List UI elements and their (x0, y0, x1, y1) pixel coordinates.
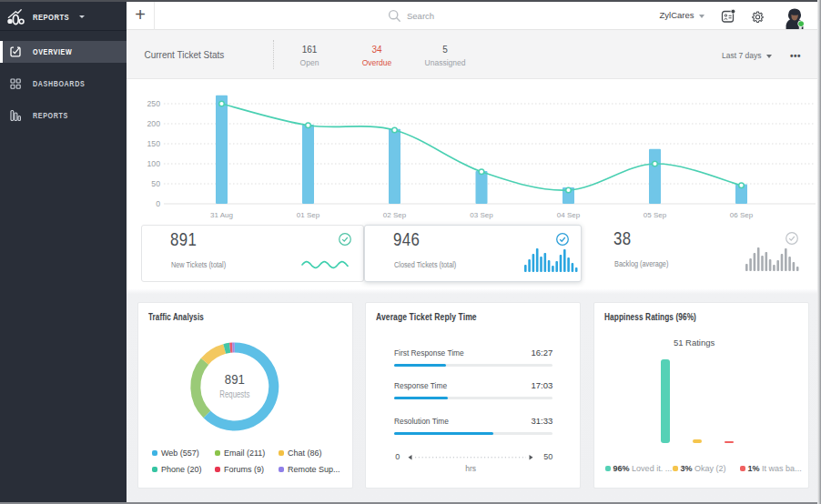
svg-text:0: 0 (156, 199, 160, 208)
svg-text:03 Sep: 03 Sep (470, 211, 493, 219)
svg-text:50: 50 (151, 179, 160, 188)
svg-text:891: 891 (225, 371, 245, 387)
svg-text:100: 100 (147, 159, 161, 168)
svg-text:01 Sep: 01 Sep (297, 211, 320, 219)
svg-text:Requests: Requests (219, 388, 249, 399)
svg-text:06 Sep: 06 Sep (730, 211, 754, 219)
svg-text:31 Aug: 31 Aug (210, 211, 233, 219)
svg-text:250: 250 (147, 99, 161, 108)
svg-text:05 Sep: 05 Sep (644, 211, 667, 219)
svg-text:150: 150 (147, 139, 161, 148)
svg-text:02 Sep: 02 Sep (383, 211, 407, 219)
svg-text:200: 200 (147, 119, 161, 128)
svg-text:04 Sep: 04 Sep (557, 211, 581, 219)
